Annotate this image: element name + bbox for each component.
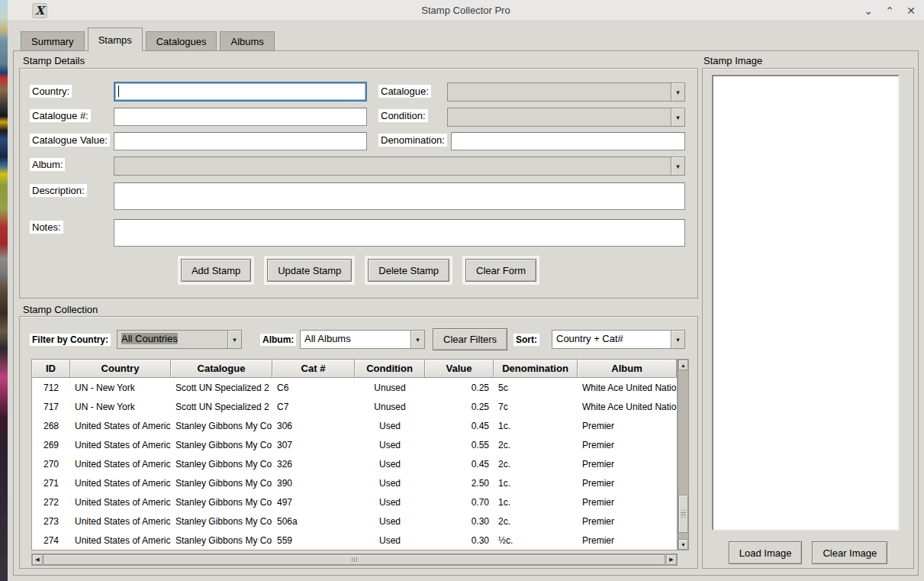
titlebar[interactable]: X Stamp Collector Pro ⌄ ⌃ ✕ (8, 0, 924, 21)
table-cell: 270 (32, 454, 70, 473)
table-row[interactable]: 717UN - New YorkScott UN Specialized 2C7… (32, 397, 677, 416)
window-controls: ⌄ ⌃ ✕ (861, 0, 918, 21)
album-label: Album: (30, 158, 65, 171)
table-cell: 2.50 (425, 473, 494, 492)
column-header[interactable]: Country (70, 360, 171, 378)
sort-combobox[interactable]: Country + Cat# ▾ (552, 330, 685, 349)
table-cell: 269 (32, 435, 70, 454)
chevron-down-icon[interactable]: ▾ (671, 157, 684, 175)
load-image-button[interactable]: Load Image (729, 541, 803, 564)
column-header[interactable]: Value (425, 360, 494, 378)
column-header[interactable]: Denomination (494, 360, 578, 378)
screen: X Stamp Collector Pro ⌄ ⌃ ✕ Summary Stam… (0, 0, 924, 581)
maximize-icon[interactable]: ⌃ (883, 4, 897, 18)
country-input[interactable] (114, 82, 367, 102)
table-cell: 2c. (494, 435, 578, 454)
table-cell: Stanley Gibbons My Co (171, 512, 272, 531)
tab-albums[interactable]: Albums (220, 31, 274, 51)
table-cell: C7 (272, 397, 355, 416)
text-cursor (118, 86, 119, 97)
denomination-label: Denomination: (378, 134, 447, 147)
stamp-table-body: 712UN - New YorkScott UN Specialized 2C6… (32, 378, 677, 550)
filter-album-combobox[interactable]: All Albums ▾ (300, 330, 425, 349)
update-stamp-button[interactable]: Update Stamp (267, 259, 352, 282)
sort-value: Country + Cat# (552, 331, 671, 348)
clear-filters-button[interactable]: Clear Filters (433, 328, 507, 350)
horizontal-scrollbar[interactable]: ◀ ▶ (31, 554, 678, 566)
table-cell: 271 (32, 473, 70, 492)
column-header[interactable]: Album (578, 360, 677, 378)
table-cell: 1c. (494, 492, 578, 512)
table-cell: Used (355, 416, 425, 435)
scroll-down-icon[interactable]: ▼ (678, 539, 688, 550)
column-header[interactable]: Condition (355, 360, 425, 378)
table-row[interactable]: 274United States of AmericStanley Gibbon… (32, 531, 677, 550)
table-row[interactable]: 270United States of AmericStanley Gibbon… (32, 454, 677, 473)
chevron-down-icon[interactable]: ▾ (671, 108, 684, 126)
table-row[interactable]: 268United States of AmericStanley Gibbon… (32, 416, 677, 435)
table-cell: Unused (355, 378, 425, 397)
table-row[interactable]: 273United States of AmericStanley Gibbon… (32, 512, 677, 531)
add-stamp-button[interactable]: Add Stamp (181, 259, 251, 282)
table-row[interactable]: 272United States of AmericStanley Gibbon… (32, 492, 677, 512)
clear-form-button[interactable]: Clear Form (465, 259, 536, 282)
filter-country-combobox[interactable]: All Countries ▾ (117, 330, 242, 349)
delete-stamp-button[interactable]: Delete Stamp (368, 259, 449, 282)
table-cell: White Ace United Natio (578, 378, 677, 397)
table-cell: United States of Americ (70, 435, 171, 454)
table-cell: 0.70 (425, 492, 494, 512)
denomination-input[interactable] (451, 132, 685, 150)
table-cell: United States of Americ (70, 492, 171, 512)
catalogue-number-label: Catalogue #: (30, 109, 91, 122)
table-row[interactable]: 712UN - New YorkScott UN Specialized 2C6… (32, 378, 677, 397)
vertical-scrollbar[interactable]: ▲ ▼ (678, 359, 689, 550)
sort-label: Sort: (514, 334, 539, 346)
album-combobox[interactable]: ▾ (114, 157, 685, 176)
table-cell: 268 (32, 416, 70, 435)
table-cell: 273 (32, 512, 70, 531)
chevron-down-icon[interactable]: ▾ (671, 331, 684, 348)
table-cell: 274 (32, 531, 70, 550)
table-cell: 559 (272, 531, 355, 550)
tab-stamps[interactable]: Stamps (88, 27, 143, 51)
notes-textarea[interactable] (114, 219, 685, 247)
clear-image-button[interactable]: Clear Image (812, 541, 887, 564)
stamp-table-header: IDCountryCatalogueCat #ConditionValueDen… (32, 360, 677, 378)
table-cell: 1c. (494, 416, 578, 435)
vertical-scrollbar-thumb[interactable] (678, 495, 688, 533)
catalogue-combobox[interactable]: ▾ (447, 82, 685, 102)
table-cell: ½c. (494, 531, 578, 550)
table-cell: Unused (355, 397, 425, 416)
column-header[interactable]: ID (32, 360, 70, 378)
table-row[interactable]: 269United States of AmericStanley Gibbon… (32, 435, 677, 454)
table-row[interactable]: 271United States of AmericStanley Gibbon… (32, 473, 677, 492)
scroll-up-icon[interactable]: ▲ (678, 360, 688, 370)
catalogue-value-input[interactable] (114, 132, 367, 150)
table-cell: United States of Americ (70, 416, 171, 435)
table-cell: United States of Americ (70, 531, 171, 550)
tab-summary[interactable]: Summary (21, 31, 85, 51)
chevron-down-icon[interactable]: ▾ (227, 331, 241, 348)
image-buttons-row: Load Image Clear Image (703, 541, 913, 564)
condition-combobox[interactable]: ▾ (447, 108, 685, 127)
close-icon[interactable]: ✕ (904, 4, 918, 18)
catalogue-number-input[interactable] (114, 108, 367, 126)
stamp-details-title: Stamp Details (23, 55, 85, 66)
table-cell: Premier (578, 531, 677, 550)
scroll-right-icon[interactable]: ▶ (666, 554, 677, 565)
table-cell: 0.45 (425, 416, 494, 435)
table-cell: United States of Americ (70, 473, 171, 492)
column-header[interactable]: Cat # (272, 360, 355, 378)
table-cell: Stanley Gibbons My Co (171, 454, 272, 473)
minimize-icon[interactable]: ⌄ (861, 4, 875, 18)
chevron-down-icon[interactable]: ▾ (671, 83, 684, 101)
tab-catalogues[interactable]: Catalogues (146, 31, 217, 51)
horizontal-scrollbar-thumb[interactable] (43, 554, 665, 565)
scroll-left-icon[interactable]: ◀ (32, 554, 43, 565)
stamp-details-frame: Country: Catalogue: ▾ Catalogue #: Condi… (19, 68, 698, 299)
column-header[interactable]: Catalogue (171, 360, 272, 378)
chevron-down-icon[interactable]: ▾ (410, 331, 424, 348)
table-cell: 2c. (494, 454, 578, 473)
table-cell: 717 (32, 397, 70, 416)
description-textarea[interactable] (114, 182, 685, 210)
